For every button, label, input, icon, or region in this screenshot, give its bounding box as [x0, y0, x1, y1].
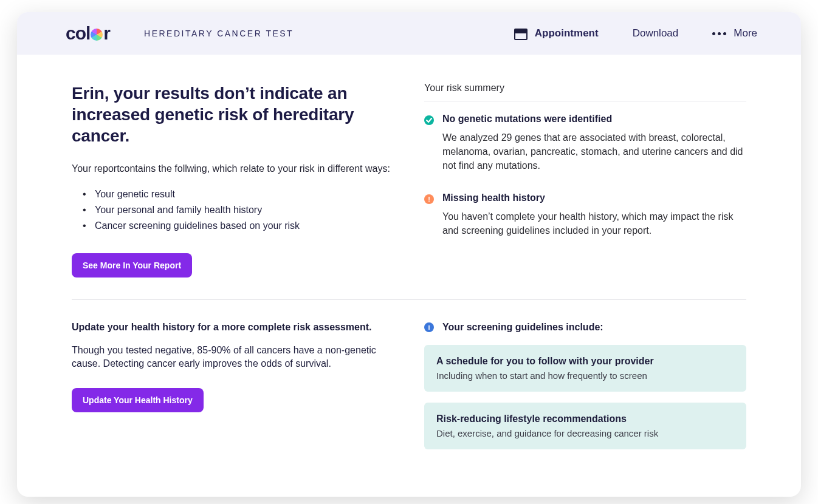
- nav-download[interactable]: Download: [633, 27, 679, 39]
- guideline-card-sub: Including when to start and how frequent…: [436, 370, 734, 381]
- app-window: col r HEREDITARY CANCER TEST Appointment…: [17, 12, 801, 497]
- list-item: Cancer screening guidelines based on you…: [88, 220, 394, 231]
- guideline-card-lifestyle: Risk-reducing lifestyle recommendations …: [424, 403, 746, 449]
- more-icon: [712, 32, 726, 35]
- risk-summary-item-no-mutations: No genetic mutations were identified We …: [424, 114, 746, 173]
- risk-summary: Your risk summery No genetic mutations w…: [424, 83, 746, 278]
- guideline-card-title: A schedule for you to follow with your p…: [436, 356, 734, 367]
- check-circle-icon: [424, 115, 434, 125]
- intro-bullets: Your genetic result Your personal and fa…: [72, 189, 394, 231]
- results-headline: Erin, your results don’t indicate an inc…: [72, 83, 394, 146]
- nav-more-label: More: [734, 27, 757, 39]
- guidelines-heading: Your screening guidelines include:: [442, 322, 603, 333]
- results-intro: Erin, your results don’t indicate an inc…: [72, 83, 394, 278]
- section-divider: [72, 299, 746, 300]
- summary-item-text: We analyzed 29 genes that are associated…: [442, 131, 746, 173]
- brand-logo: col r: [66, 23, 110, 44]
- risk-summary-item-body: No genetic mutations were identified We …: [442, 114, 746, 173]
- summary-item-title: Missing health history: [442, 192, 746, 203]
- nav-more[interactable]: More: [712, 27, 757, 39]
- guideline-card-title: Risk-reducing lifestyle recommendations: [436, 414, 734, 424]
- summary-item-text: You haven’t complete your health history…: [442, 209, 746, 237]
- brand-logo-text-prefix: col: [66, 23, 90, 44]
- nav-appointment[interactable]: Appointment: [514, 27, 599, 40]
- nav-download-label: Download: [633, 27, 679, 39]
- update-history-section: Update your health history for a more co…: [72, 322, 394, 460]
- info-circle-icon: i: [424, 322, 434, 332]
- risk-summary-heading: Your risk summery: [424, 83, 746, 101]
- primary-nav: Appointment Download More: [514, 27, 757, 40]
- list-item: Your personal and family health history: [88, 205, 394, 216]
- intro-paragraph: Your reportcontains the follwing, which …: [72, 163, 394, 174]
- page-title: HEREDITARY CANCER TEST: [144, 29, 294, 38]
- list-item: Your genetic result: [88, 189, 394, 200]
- screening-guidelines: i Your screening guidelines include: A s…: [424, 322, 746, 460]
- content-grid: Erin, your results don’t indicate an inc…: [17, 55, 801, 497]
- guideline-card-sub: Diet, exercise, and guidance for decreas…: [436, 428, 734, 438]
- warning-diamond-icon: [422, 192, 436, 206]
- risk-summary-item-missing-history: Missing health history You haven’t compl…: [424, 192, 746, 237]
- calendar-icon: [514, 27, 528, 40]
- guidelines-heading-row: i Your screening guidelines include:: [424, 322, 746, 333]
- risk-summary-item-body: Missing health history You haven’t compl…: [442, 192, 746, 237]
- brand-logo-o-icon: [91, 29, 103, 41]
- nav-appointment-label: Appointment: [535, 27, 599, 39]
- guideline-card-schedule: A schedule for you to follow with your p…: [424, 345, 746, 392]
- update-history-heading: Update your health history for a more co…: [72, 322, 394, 333]
- app-header: col r HEREDITARY CANCER TEST Appointment…: [17, 12, 801, 55]
- brand-logo-text-suffix: r: [103, 23, 110, 44]
- update-health-history-button[interactable]: Update Your Health History: [72, 388, 204, 412]
- see-more-report-button[interactable]: See More In Your Report: [72, 253, 192, 278]
- update-history-body: Though you tested negative, 85-90% of al…: [72, 344, 388, 371]
- summary-item-title: No genetic mutations were identified: [442, 114, 746, 124]
